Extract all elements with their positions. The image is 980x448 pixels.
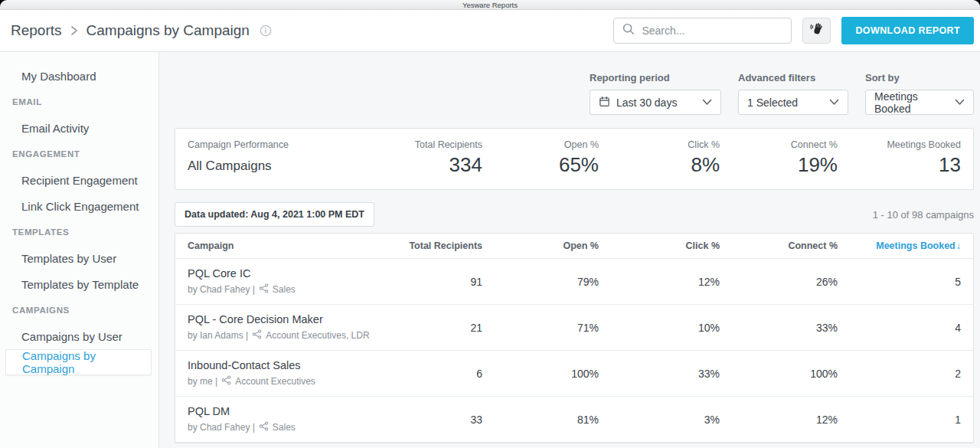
Inbound-Contact Sales[interactable]: Inbound-Contact Sales by me | Account Ex… [175,351,973,397]
data-updated-badge: Data updated: Aug 4, 2021 1:00 PM EDT [175,202,374,227]
column-header-label: Meetings Booked [876,240,956,251]
campaign-team: Sales [273,284,296,295]
total-recipients-cell: 6 [384,368,482,380]
column-header[interactable]: Meetings Booked↓ [838,240,961,251]
sidebar-item-campaigns-by-user[interactable]: Campaigns by User [0,323,158,349]
breadcrumb-reports-link[interactable]: Reports [11,22,62,39]
metric: Meetings Booked 13 [838,139,961,177]
share-icon [259,283,269,296]
download-report-button[interactable]: DOWNLOAD REPORT [841,17,974,44]
filter-dropdown[interactable]: Last 30 days [590,90,721,115]
summary-title: All Campaigns [188,159,384,174]
main-content: Reporting period Last 30 days Advanced f… [159,52,980,448]
connect-pct-cell: 33% [720,322,838,334]
total-recipients-cell: 21 [384,322,482,334]
summary-card: Campaign Performance All Campaigns Total… [175,128,974,190]
page-title: Campaigns by Campaign [87,22,250,39]
campaign-owner: by Chad Fahey | [188,422,255,433]
metric-label: Connect % [720,139,838,150]
window-titlebar: Yesware Reports [0,0,980,10]
app-body: My Dashboard EMAIL Email Activity ENGAGE… [0,52,980,448]
share-icon [252,329,262,342]
meetings-booked-cell: 2 [838,368,961,380]
metric-value: 19% [720,153,838,177]
search-input[interactable] [642,25,783,37]
column-header[interactable]: Total Recipients [384,240,482,251]
column-header[interactable]: Campaign [188,240,384,251]
search-icon [622,22,635,39]
campaign-team: Sales [273,422,296,433]
advanced-filters-filter: Advanced filters 1 Selected [738,72,848,115]
column-header-label: Click % [686,240,720,251]
campaign-subline: by Chad Fahey | Sales [188,421,384,433]
summary-header: Campaign Performance All Campaigns [188,139,384,174]
campaign-name[interactable]: Inbound-Contact Sales [188,359,384,371]
campaign-subline: by Chad Fahey | Sales [188,283,384,296]
info-icon[interactable] [260,25,272,37]
sidebar-item-email-activity[interactable]: Email Activity [0,115,158,141]
click-pct-cell: 12% [599,276,720,288]
sidebar: My Dashboard EMAIL Email Activity ENGAGE… [0,52,159,448]
sidebar-item-label: Templates by User [21,252,116,265]
campaign-name[interactable]: PQL DM [188,405,384,417]
PQL Core IC[interactable]: PQL Core IC by Chad Fahey | Sales 91 79%… [175,259,973,305]
metric: Connect % 19% [720,139,838,177]
open-pct-cell: 100% [482,368,599,380]
sidebar-item-templates-by-template[interactable]: Templates by Template [0,271,158,297]
chevron-down-icon [955,99,965,106]
filter-dropdown[interactable]: 1 Selected [738,90,848,115]
wave-hand-button[interactable] [802,18,831,44]
campaign-name[interactable]: PQL Core IC [188,267,384,280]
sidebar-section-campaigns: CAMPAIGNS [0,297,158,323]
sidebar-item-link-click-engagement[interactable]: Link Click Engagement [0,193,158,219]
table-meta-row: Data updated: Aug 4, 2021 1:00 PM EDT 1 … [175,202,974,227]
campaign-cell: PQL DM by Chad Fahey | Sales [188,405,384,433]
click-pct-cell: 33% [599,368,720,380]
connect-pct-cell: 12% [720,414,838,426]
column-header[interactable]: Open % [482,240,599,251]
sort-descending-icon: ↓ [956,240,961,251]
metric-label: Click % [599,139,720,150]
column-header[interactable]: Connect % [720,240,838,251]
total-recipients-cell: 33 [384,414,482,426]
sidebar-item-my-dashboard[interactable]: My Dashboard [0,63,158,89]
column-header-label: Connect % [788,240,838,251]
filter-dropdown[interactable]: Meetings Booked [865,90,974,115]
share-icon [221,375,231,388]
sidebar-item-label: TEMPLATES [12,227,69,237]
meetings-booked-cell: 4 [838,322,961,334]
column-header-label: Campaign [188,240,234,251]
column-header[interactable]: Click % [599,240,720,251]
metric-value: 8% [599,153,720,177]
sidebar-item-label: Link Click Engagement [21,200,139,213]
PQL - Core Decision Maker[interactable]: PQL - Core Decision Maker by Ian Adams |… [175,305,973,351]
filters-row: Reporting period Last 30 days Advanced f… [175,72,974,115]
open-pct-cell: 79% [482,276,599,288]
PQL DM[interactable]: PQL DM by Chad Fahey | Sales 33 81% 3% 1… [175,397,973,443]
table-header-row: Campaign Total Recipients Open % Click % [175,234,973,259]
metric-value: 13 [838,153,961,177]
connect-pct-cell: 100% [720,368,838,380]
open-pct-cell: 71% [482,322,599,334]
sidebar-item-label: Email Activity [21,122,89,135]
sort-by-filter: Sort by Meetings Booked [865,72,974,115]
filter-label: Advanced filters [738,72,848,83]
sidebar-item-campaigns-by-campaign[interactable]: Campaigns by Campaign [5,349,152,375]
metric: Open % 65% [482,139,599,177]
sidebar-item-label: CAMPAIGNS [12,306,70,315]
sidebar-section-templates: TEMPLATES [0,219,158,245]
chevron-right-icon [70,25,78,37]
search-box[interactable] [613,18,792,44]
metric-label: Total Recipients [384,139,482,150]
campaign-name[interactable]: PQL - Core Decision Maker [188,313,384,325]
breadcrumb: Reports Campaigns by Campaign [11,22,272,39]
sidebar-item-recipient-engagement[interactable]: Recipient Engagement [0,167,158,193]
meetings-booked-cell: 5 [838,276,961,288]
sidebar-section-email: EMAIL [0,89,158,115]
pagination-status: 1 - 10 of 98 campaigns [873,209,974,221]
sidebar-item-label: Recipient Engagement [21,174,138,187]
click-pct-cell: 10% [599,322,720,334]
filter-value: 1 Selected [747,96,798,109]
sidebar-item-templates-by-user[interactable]: Templates by User [0,245,158,271]
metric-label: Meetings Booked [838,139,961,150]
